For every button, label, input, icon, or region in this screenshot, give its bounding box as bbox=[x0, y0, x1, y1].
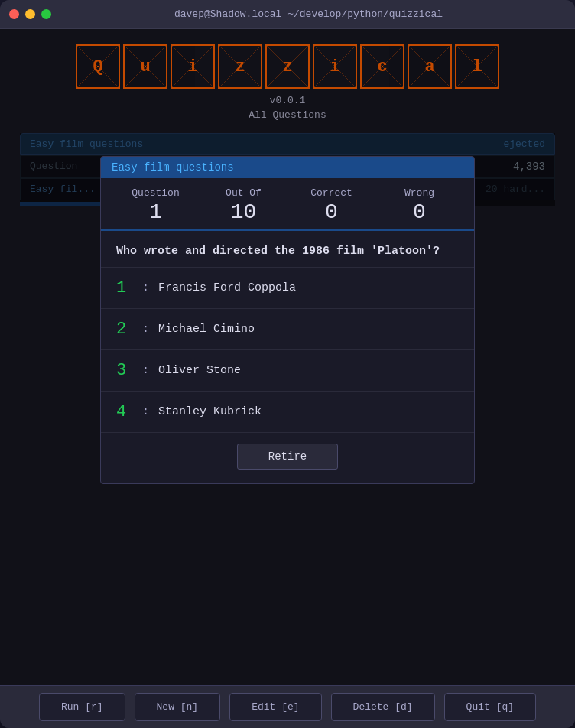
answer-number-1: 1 bbox=[116, 278, 139, 297]
edit-button[interactable]: Edit [e] bbox=[229, 693, 321, 721]
stat-correct: Correct 0 bbox=[288, 187, 375, 223]
answer-colon-2: : bbox=[142, 323, 149, 336]
stat-outof-value: 10 bbox=[231, 202, 257, 223]
main-window: davep@Shadow.local ~/develop/python/quiz… bbox=[0, 0, 575, 728]
answer-option-2[interactable]: 2 : Michael Cimino bbox=[101, 308, 474, 349]
minimize-button[interactable] bbox=[25, 9, 35, 19]
answer-option-4[interactable]: 4 : Stanley Kubrick bbox=[101, 391, 474, 432]
stat-question-label: Question bbox=[132, 187, 179, 199]
modal-overlay: Easy film questions Question 1 Out Of 10… bbox=[20, 133, 555, 206]
logo-char-i2: i bbox=[313, 44, 357, 89]
answer-text-1: Francis Ford Coppola bbox=[158, 281, 296, 294]
bg-table-area: Easy film questions ejected Question Out… bbox=[20, 133, 555, 206]
modal-stats: Question 1 Out Of 10 Correct 0 Wrong bbox=[101, 178, 474, 231]
stat-correct-value: 0 bbox=[325, 202, 338, 223]
logo-char-i: i bbox=[171, 44, 215, 89]
maximize-button[interactable] bbox=[41, 9, 51, 19]
answer-colon-3: : bbox=[142, 364, 149, 377]
stat-outof: Out Of 10 bbox=[200, 187, 288, 223]
modal-footer: Retire bbox=[101, 432, 474, 483]
titlebar: davep@Shadow.local ~/develop/python/quiz… bbox=[0, 0, 575, 29]
answer-option-1[interactable]: 1 : Francis Ford Coppola bbox=[101, 267, 474, 308]
toolbar: Run [r] New [n] Edit [e] Delete [d] Quit… bbox=[0, 685, 575, 728]
logo-area: Q u i z bbox=[76, 44, 499, 89]
answer-colon-1: : bbox=[142, 281, 149, 294]
question-text: Who wrote and directed the 1986 film 'Pl… bbox=[101, 231, 474, 267]
modal-header: Easy film questions bbox=[101, 157, 474, 178]
stat-question-value: 1 bbox=[149, 202, 162, 223]
logo-char-l: l bbox=[455, 44, 499, 89]
run-button[interactable]: Run [r] bbox=[39, 693, 125, 721]
retire-button[interactable]: Retire bbox=[237, 444, 338, 470]
logo-char-z1: z bbox=[218, 44, 262, 89]
stat-correct-label: Correct bbox=[310, 187, 352, 199]
traffic-lights bbox=[9, 9, 51, 19]
stat-question: Question 1 bbox=[112, 187, 200, 223]
subtitle-label: All Questions bbox=[249, 109, 326, 121]
close-button[interactable] bbox=[9, 9, 19, 19]
quiz-modal: Easy film questions Question 1 Out Of 10… bbox=[100, 156, 475, 484]
delete-button[interactable]: Delete [d] bbox=[331, 693, 435, 721]
stat-outof-label: Out Of bbox=[226, 187, 262, 199]
answer-number-4: 4 bbox=[116, 402, 139, 421]
version-label: v0.0.1 bbox=[270, 95, 306, 106]
answer-text-4: Stanley Kubrick bbox=[158, 405, 262, 418]
answer-number-3: 3 bbox=[116, 361, 139, 380]
logo-char-u: u bbox=[123, 44, 167, 89]
stat-wrong-value: 0 bbox=[413, 202, 426, 223]
answer-option-3[interactable]: 3 : Oliver Stone bbox=[101, 349, 474, 391]
logo-char-c: c bbox=[360, 44, 404, 89]
answer-text-2: Michael Cimino bbox=[158, 323, 255, 336]
logo-char-a: a bbox=[408, 44, 452, 89]
answer-colon-4: : bbox=[142, 405, 149, 418]
stat-wrong: Wrong 0 bbox=[375, 187, 463, 223]
window-title: davep@Shadow.local ~/develop/python/quiz… bbox=[51, 8, 566, 20]
new-button[interactable]: New [n] bbox=[135, 693, 221, 721]
answer-text-3: Oliver Stone bbox=[158, 364, 241, 377]
stat-wrong-label: Wrong bbox=[404, 187, 434, 199]
logo-char-z2: z bbox=[265, 44, 310, 89]
quit-button[interactable]: Quit [q] bbox=[444, 693, 536, 721]
main-content: Q u i z bbox=[0, 29, 575, 685]
answer-number-2: 2 bbox=[116, 320, 139, 339]
logo-char-q: Q bbox=[76, 44, 120, 89]
